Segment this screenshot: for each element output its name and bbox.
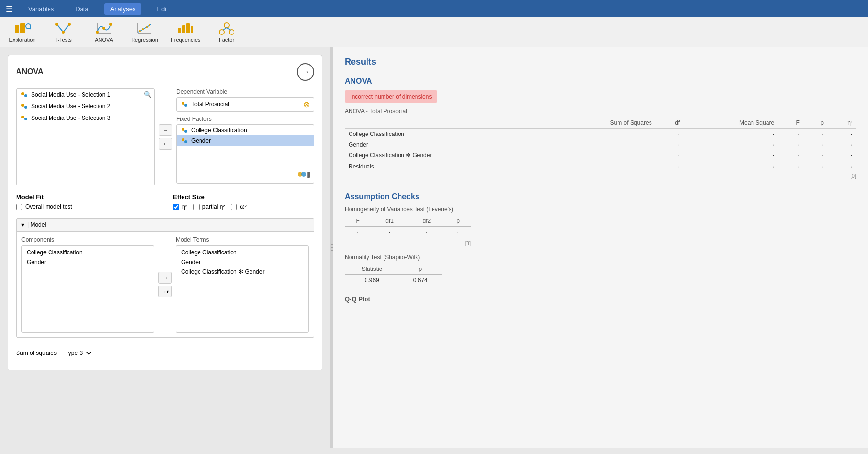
toolbar-frequencies[interactable]: Frequencies [171, 21, 200, 43]
hamburger-icon[interactable]: ☰ [6, 4, 13, 14]
model-section: ▾ | Model Components College Classificat… [16, 218, 314, 338]
sum-of-squares-select[interactable]: Type 1 Type 2 Type 3 Type 4 [61, 348, 93, 358]
toolbar-factor[interactable]: Factor [212, 21, 241, 43]
eta2-checkbox[interactable] [173, 204, 179, 210]
svg-point-25 [224, 23, 229, 28]
overall-model-test-checkbox[interactable] [16, 204, 22, 210]
norm-statistic-val: 0.969 [345, 275, 399, 286]
col-header-df: df [656, 118, 684, 129]
right-panel: Results ANOVA incorrect number of dimens… [333, 47, 868, 448]
fixed-factors-label: Fixed Factors [176, 116, 314, 122]
levene-table: F df1 df2 p · · · · [345, 216, 471, 237]
components-section: Components College Classification Gender [21, 236, 154, 333]
norm-col-p: p [399, 264, 442, 275]
cell: · [778, 139, 803, 150]
svg-point-17 [139, 30, 141, 32]
search-icon[interactable]: 🔍 [144, 91, 151, 98]
nav-variables[interactable]: Variables [22, 3, 60, 15]
nav-analyses[interactable]: Analyses [104, 3, 142, 15]
list-item[interactable]: Social Media Use - Selection 1 [17, 89, 154, 101]
component-gender[interactable]: Gender [24, 257, 152, 267]
term-gender[interactable]: Gender [178, 257, 306, 267]
anova-footnote: [0] [345, 173, 856, 179]
toolbar: Exploration T-Tests ANOVA [0, 17, 868, 47]
anova-card-header: ANOVA → [16, 63, 314, 81]
results-title: Results [345, 57, 856, 67]
svg-point-39 [184, 130, 187, 133]
svg-line-4 [57, 24, 63, 32]
svg-rect-22 [182, 25, 185, 33]
toolbar-regression[interactable]: Regression [130, 21, 159, 43]
cell: · [684, 161, 778, 172]
list-item[interactable]: Social Media Use - Selection 2 [17, 101, 154, 112]
resize-dots [331, 244, 333, 251]
omega2-checkbox[interactable] [231, 204, 237, 210]
partial-eta2-checkbox[interactable] [193, 204, 200, 210]
factor-college-classification[interactable]: College Classification [177, 125, 314, 135]
svg-point-12 [102, 27, 105, 30]
effect-size-eta2-row: η² [173, 203, 187, 210]
svg-line-5 [63, 24, 69, 32]
svg-point-34 [21, 116, 24, 118]
svg-point-33 [24, 106, 27, 109]
cell: · [778, 161, 803, 172]
term-college[interactable]: College Classification [178, 248, 306, 257]
sum-of-squares-row: Sum of squares Type 1 Type 2 Type 3 Type… [16, 344, 314, 362]
model-terms-label: Model Terms [176, 236, 309, 243]
toolbar-anova[interactable]: ANOVA [89, 21, 118, 43]
cell: · [803, 129, 828, 140]
model-chevron-icon: ▾ [21, 221, 24, 228]
assign-right-button[interactable]: → [159, 124, 172, 136]
svg-point-30 [21, 92, 24, 95]
cell: · [546, 161, 656, 172]
svg-rect-24 [191, 26, 193, 33]
anova-table-subtitle: ANOVA - Total Prosocial [345, 108, 856, 115]
svg-point-6 [55, 23, 58, 26]
assign-left-button[interactable]: ← [159, 138, 172, 150]
run-button[interactable]: → [297, 63, 314, 81]
svg-point-7 [68, 23, 71, 26]
sum-of-squares-label: Sum of squares [16, 350, 57, 356]
variable-icon-3 [20, 114, 28, 122]
anova-icon [95, 21, 113, 35]
model-header[interactable]: ▾ | Model [17, 219, 314, 232]
component-college[interactable]: College Classification [24, 248, 152, 257]
effect-size-label: Effect Size [173, 193, 314, 201]
nav-data[interactable]: Data [69, 3, 94, 15]
nav-edit[interactable]: Edit [151, 3, 173, 15]
cell: · [546, 139, 656, 150]
assign-buttons: → ← [159, 88, 172, 185]
cell: · [828, 161, 856, 172]
model-add-with-options-button[interactable]: →▾ [158, 286, 172, 297]
normality-label: Normality Test (Shapiro-Wilk) [345, 254, 856, 261]
toolbar-ttests[interactable]: T-Tests [49, 21, 78, 43]
row-label-gender: Gender [345, 139, 546, 150]
variable-list-box: 🔍 Social Media Use - Selection 1 Social … [16, 88, 155, 185]
factor-label: Factor [219, 37, 234, 43]
cell: · [778, 129, 803, 140]
resize-dot [331, 244, 333, 245]
model-add-button[interactable]: → [158, 272, 172, 284]
components-label: Components [21, 236, 154, 243]
cell: · [656, 161, 684, 172]
svg-point-11 [96, 31, 99, 34]
fixed-factors-box: College Classification Gender [176, 124, 314, 184]
svg-point-32 [21, 104, 24, 107]
normality-table: Statistic p 0.969 0.674 [345, 264, 442, 286]
svg-point-36 [182, 102, 184, 105]
clear-dep-var-button[interactable]: ⊗ [303, 100, 310, 109]
levene-footnote: [3] [345, 240, 471, 246]
svg-point-31 [24, 94, 27, 97]
cell: · [656, 129, 684, 140]
exploration-label: Exploration [9, 37, 35, 43]
norm-col-statistic: Statistic [345, 264, 399, 275]
qq-plot-title: Q-Q Plot [345, 295, 856, 303]
overall-model-test-row: Overall model test [16, 203, 157, 210]
col-header-f: F [778, 118, 803, 129]
row-label-college: College Classification [345, 129, 546, 140]
cell: · [828, 139, 856, 150]
list-item[interactable]: Social Media Use - Selection 3 [17, 112, 154, 124]
toolbar-exploration[interactable]: Exploration [8, 21, 37, 43]
term-interaction[interactable]: College Classification ✻ Gender [178, 267, 306, 277]
factor-gender[interactable]: Gender [177, 135, 314, 146]
